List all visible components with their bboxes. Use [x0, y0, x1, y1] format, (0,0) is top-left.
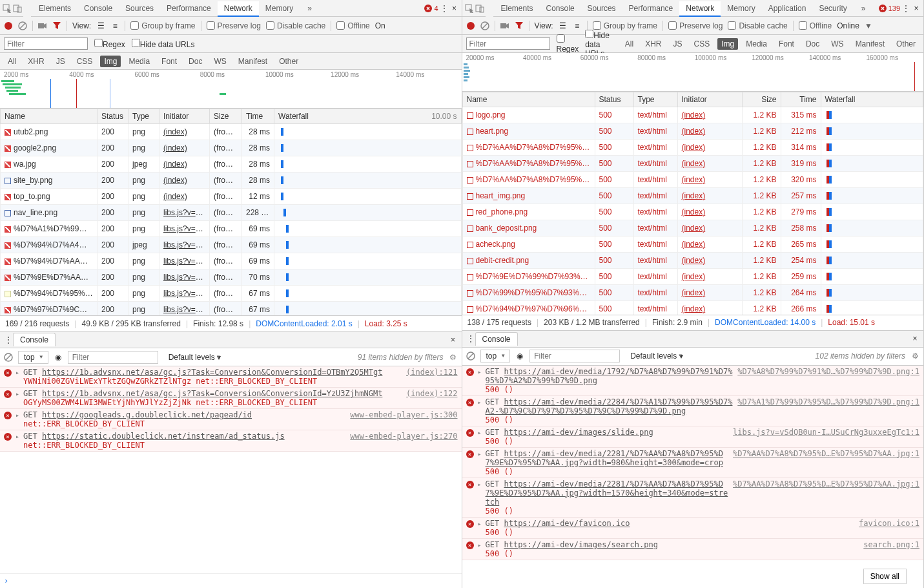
device-icon[interactable] — [13, 4, 22, 13]
tab-sources[interactable]: Sources — [119, 1, 160, 16]
table-row[interactable]: utub2.png200png(index)(from…28 ms — [1, 124, 462, 140]
preserve-log-checkbox[interactable]: Preserve log — [668, 21, 723, 30]
inspect-icon[interactable] — [3, 4, 12, 13]
filter-chip-js[interactable]: JS — [670, 38, 686, 50]
initiator-link[interactable]: libs.js?v=cx… — [163, 208, 210, 217]
initiator-link[interactable]: (index) — [682, 288, 706, 297]
filter-input[interactable] — [4, 37, 88, 50]
console-messages[interactable]: ×▸GET https://1b.advsnx.net/asa/gc.js?Ta… — [0, 366, 462, 573]
table-row[interactable]: top_to.png200png(index)(from…12 ms — [1, 189, 462, 205]
console-clear-icon[interactable] — [4, 353, 13, 362]
record-icon[interactable] — [4, 21, 13, 30]
log-source-link[interactable]: %D7%AA%D7%A8%D7%95%D…E%D7%95%D7%AA.jpg:1 — [733, 479, 919, 488]
col-waterfall[interactable]: Waterfall10.00 s — [274, 109, 462, 124]
col-name[interactable]: Name — [1, 109, 98, 124]
error-count-badge[interactable]: 139 — [879, 5, 900, 12]
filter-chip-all[interactable]: All — [621, 38, 637, 50]
inspect-icon[interactable] — [465, 4, 474, 13]
console-filter-input[interactable] — [529, 350, 620, 362]
tab-console[interactable]: Console — [540, 1, 581, 16]
col-time[interactable]: Time — [242, 109, 274, 124]
table-row[interactable]: wa.jpg200jpeg(index)(from…28 ms — [1, 156, 462, 173]
initiator-link[interactable]: (index) — [163, 127, 187, 136]
log-source-link[interactable]: (index):121 — [406, 368, 457, 377]
col-waterfall[interactable]: Waterfall — [821, 92, 923, 107]
col-status[interactable]: Status — [98, 109, 128, 124]
console-levels-select[interactable]: Default levels ▾ — [625, 350, 686, 362]
tab-more[interactable]: » — [855, 1, 872, 16]
kebab-icon[interactable]: ⋮ — [901, 4, 910, 13]
table-row[interactable]: %D7%AA%D7%A8%D7%95%D7…500text/html(index… — [462, 140, 923, 156]
table-row[interactable]: %D7%94%D7%97%D7%96%D7…500text/html(index… — [462, 301, 923, 315]
drawer-kebab-icon[interactable]: ⋮ — [466, 334, 475, 343]
initiator-link[interactable]: (index) — [682, 207, 706, 216]
drawer-close-icon[interactable]: × — [449, 335, 458, 344]
group-by-frame-checkbox[interactable]: Group by frame — [130, 21, 195, 30]
filter-input[interactable] — [466, 37, 550, 50]
col-status[interactable]: Status — [595, 92, 633, 107]
hide-data-urls-checkbox[interactable]: Hide data URLs — [132, 39, 195, 49]
console-log-row[interactable]: ×▸GET https://googleads.g.doubleclick.ne… — [0, 409, 462, 430]
disable-cache-checkbox[interactable]: Disable cache — [728, 21, 787, 30]
device-icon[interactable] — [475, 4, 484, 13]
initiator-link[interactable]: libs.js?v=cx… — [163, 224, 210, 233]
drawer-tab-console[interactable]: Console — [475, 332, 518, 346]
tab-sources[interactable]: Sources — [581, 1, 622, 16]
initiator-link[interactable]: (index) — [682, 143, 706, 152]
drawer-kebab-icon[interactable]: ⋮ — [4, 335, 13, 344]
console-messages[interactable]: ×▸GET https://ami-dev/media/1792/%D7%A8%… — [462, 366, 924, 589]
table-row[interactable]: %D7%9E%D7%99%D7%93%D7…500text/html(index… — [462, 269, 923, 285]
filter-chip-img[interactable]: Img — [717, 38, 738, 50]
preserve-log-checkbox[interactable]: Preserve log — [207, 21, 261, 30]
col-time[interactable]: Time — [781, 92, 821, 107]
console-log-row[interactable]: ×▸GET https://ami-dev/media/2281/%D7%AA%… — [462, 448, 924, 478]
log-source-link[interactable]: (index):122 — [406, 389, 457, 398]
group-by-frame-checkbox[interactable]: Group by frame — [593, 21, 657, 30]
log-source-link[interactable]: www-embed-player.js:300 — [350, 410, 457, 419]
console-filter-input[interactable] — [68, 351, 158, 364]
filter-chip-all[interactable]: All — [4, 56, 20, 67]
filter-icon[interactable] — [52, 21, 61, 30]
table-row[interactable]: debit-credit.png500text/html(index)1.2 K… — [462, 253, 923, 269]
table-row[interactable]: %D7%AA%D7%A8%D7%95%D7…500text/html(index… — [462, 156, 923, 172]
network-table[interactable]: Name Status Type Initiator Size Time Wat… — [462, 92, 924, 315]
filter-chip-manifest[interactable]: Manifest — [852, 38, 888, 50]
gear-icon[interactable]: ⚙ — [449, 353, 458, 362]
filter-icon[interactable] — [515, 21, 524, 30]
initiator-link[interactable]: libs.js?v=cx… — [163, 273, 210, 282]
col-size[interactable]: Size — [742, 92, 781, 107]
table-row[interactable]: %D7%94%D7%AA%D7…200pnglibs.js?v=cx…(from… — [1, 253, 462, 269]
drawer-close-icon[interactable]: × — [910, 334, 919, 343]
table-row[interactable]: nav_line.png200pnglibs.js?v=cx…(from…228… — [1, 205, 462, 221]
tab-network[interactable]: Network — [679, 1, 721, 17]
console-levels-select[interactable]: Default levels ▾ — [163, 352, 225, 363]
initiator-link[interactable]: (index) — [163, 143, 187, 152]
col-type[interactable]: Type — [633, 92, 677, 107]
console-log-row[interactable]: ×▸GET https://ami-dev/favicon.ico500 ()f… — [462, 518, 924, 539]
initiator-link[interactable]: (index) — [682, 175, 706, 184]
table-row[interactable]: red_phone.png500text/html(index)1.2 KB27… — [462, 204, 923, 220]
timeline-overview[interactable]: 20000 ms40000 ms60000 ms80000 ms100000 m… — [462, 53, 924, 92]
initiator-link[interactable]: (index) — [682, 224, 706, 233]
tab-performance[interactable]: Performance — [622, 1, 680, 16]
table-row[interactable]: %D7%9E%D7%AA%D7…200pnglibs.js?v=cx…(from… — [1, 269, 462, 286]
log-source-link[interactable]: %D7%A8%D7%99%D7%91%D…%D7%99%D7%9D.png:1 — [737, 367, 919, 376]
table-row[interactable]: acheck.png500text/html(index)1.2 KB265 m… — [462, 236, 923, 253]
regex-checkbox[interactable]: Regex — [557, 34, 579, 54]
console-log-row[interactable]: ×▸GET https://1b.advsnx.net/asa/gc.js?Ta… — [0, 366, 462, 388]
log-source-link[interactable]: %D7%AA%D7%A8%D7%95%D…E%D7%95%D7%AA.jpg:1 — [733, 449, 919, 458]
initiator-link[interactable]: (index) — [682, 272, 706, 281]
initiator-link[interactable]: (index) — [682, 110, 706, 120]
table-row[interactable]: %D7%94%D7%95%D7…200pnglibs.js?v=cx…(from… — [1, 286, 462, 302]
console-log-row[interactable]: ×▸GET https://ami-dev/images/search.png5… — [462, 539, 924, 560]
initiator-link[interactable]: (index) — [682, 191, 706, 200]
filter-chip-js[interactable]: JS — [52, 56, 69, 67]
disable-cache-checkbox[interactable]: Disable cache — [266, 21, 325, 30]
filter-chip-manifest[interactable]: Manifest — [234, 56, 271, 67]
initiator-link[interactable]: (index) — [682, 240, 706, 249]
table-row[interactable]: heart.png500text/html(index)1.2 KB212 ms — [462, 123, 923, 140]
console-log-row[interactable]: ×▸GET https://1b.advsnx.net/asa/gc.js?Ta… — [0, 388, 462, 409]
col-size[interactable]: Size — [210, 109, 242, 124]
clear-icon[interactable] — [480, 21, 489, 30]
console-log-row[interactable]: ×▸GET https://ami-dev/images/slide.png50… — [462, 426, 924, 448]
